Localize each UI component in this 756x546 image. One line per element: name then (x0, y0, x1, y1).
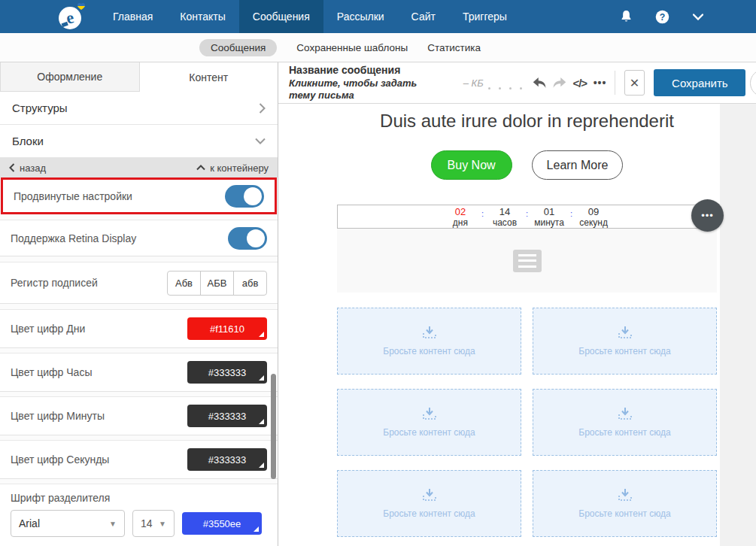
advanced-settings-row: Продвинутые настройки (1, 177, 277, 214)
subtab-saved-templates[interactable]: Сохраненные шаблоны (296, 42, 408, 53)
to-container-link[interactable]: к контейнеру (196, 162, 269, 174)
separator-font-row: Шрифт разделителя Arial ▼ 14 ▼ #3550ee (0, 484, 278, 546)
block-options-button[interactable]: ••• (691, 199, 724, 232)
seconds-color-picker[interactable]: #333333 (187, 448, 267, 471)
menu-placeholder-block[interactable] (337, 229, 717, 293)
close-editor-button[interactable]: ✕ (624, 70, 645, 96)
drop-content-icon (421, 326, 439, 340)
email-body: Duis aute irure dolor in reprehenderit B… (337, 111, 717, 537)
learn-more-button[interactable]: Learn More (532, 150, 624, 180)
days-color-label: Цвет цифр Дни (11, 323, 85, 335)
block-nav-strip: назад к контейнеру (0, 158, 278, 177)
chevron-up-icon (196, 165, 205, 171)
label-case-row: Регистр подписей Абв АБВ абв (0, 262, 278, 304)
dropzone[interactable]: Бросьте контент сюда (533, 308, 717, 375)
label-case-label: Регистр подписей (11, 277, 98, 289)
section-structures-label: Структуры (12, 102, 68, 114)
timer-minutes-value: 01 (528, 207, 570, 217)
drop-content-icon (616, 407, 634, 421)
save-button[interactable]: Сохранить (654, 69, 745, 96)
back-link[interactable]: назад (9, 162, 46, 174)
account-chevron-down-icon[interactable] (690, 8, 706, 25)
app-window: e Главная Контакты Сообщения Рассылки Са… (0, 0, 756, 546)
sidebar-scrollbar[interactable] (271, 374, 276, 479)
section-blocks[interactable]: Блоки (0, 125, 278, 158)
save-split-button: Сохранить (654, 69, 745, 96)
section-structures[interactable]: Структуры (0, 92, 278, 125)
editor-sidebar: Оформление Контент Структуры Блоки назад (0, 62, 278, 546)
dropzone[interactable]: Бросьте контент сюда (533, 389, 717, 456)
logo[interactable]: e (0, 0, 99, 33)
tab-appearance[interactable]: Оформление (0, 62, 140, 92)
editor-toolbar: Название сообщения Кликните, чтобы задат… (278, 62, 756, 104)
message-name[interactable]: Название сообщения (289, 64, 444, 77)
drop-content-icon (616, 326, 634, 340)
tab-content[interactable]: Контент (140, 62, 278, 92)
dropzone[interactable]: Бросьте контент сюда (337, 470, 521, 537)
dropzone[interactable]: Бросьте контент сюда (337, 389, 521, 456)
timer-days-value: 02 (439, 207, 481, 217)
email-canvas: Duis aute irure dolor in reprehenderit B… (278, 104, 756, 546)
timer-minutes-label: минута (528, 218, 570, 227)
days-color-picker[interactable]: #f11610 (187, 317, 267, 340)
chevron-down-icon (255, 138, 266, 144)
seconds-color-row: Цвет цифр Секунды #333333 (0, 440, 278, 479)
more-actions-button[interactable]: ••• (590, 70, 610, 96)
dropzone[interactable]: Бросьте контент сюда (337, 308, 521, 375)
sidebar-tabs: Оформление Контент (0, 62, 278, 92)
font-family-select[interactable]: Arial ▼ (11, 510, 125, 537)
svg-text:?: ? (659, 11, 664, 22)
subtab-messages[interactable]: Сообщения (199, 39, 277, 56)
dropzone[interactable]: Бросьте контент сюда (533, 470, 717, 537)
nav-item-contacts[interactable]: Контакты (166, 0, 238, 33)
edge-widget-button[interactable] (750, 69, 756, 97)
drop-content-icon (616, 488, 634, 502)
nav-item-triggers[interactable]: Триггеры (449, 0, 521, 33)
notifications-bell-icon[interactable] (618, 8, 634, 25)
timer-hours-value: 14 (484, 207, 526, 217)
countdown-timer-block[interactable]: 02 дня : 14 часов : 01 минута (337, 205, 717, 229)
retina-toggle[interactable] (228, 227, 267, 250)
drop-content-icon (421, 488, 439, 502)
seconds-color-label: Цвет цифр Секунды (11, 453, 109, 466)
buy-now-button[interactable]: Buy Now (431, 150, 512, 180)
separator-color-picker[interactable]: #3550ee (182, 512, 262, 535)
topbar-actions: ? (618, 0, 756, 33)
email-heading[interactable]: Duis aute irure dolor in reprehenderit (337, 111, 717, 132)
section-blocks-label: Блоки (12, 135, 44, 147)
subtab-statistics[interactable]: Статистика (427, 42, 481, 53)
nav-item-campaigns[interactable]: Рассылки (323, 0, 398, 33)
timer-seconds-label: секунд (572, 218, 615, 227)
hours-color-picker[interactable]: #333333 (187, 361, 267, 384)
nav-item-site[interactable]: Сайт (398, 0, 449, 33)
case-upper-button[interactable]: АБВ (200, 271, 234, 296)
undo-button[interactable] (530, 70, 550, 96)
label-case-group: Абв АБВ абв (167, 271, 267, 296)
nav-item-home[interactable]: Главная (99, 0, 166, 33)
help-icon[interactable]: ? (654, 8, 670, 25)
font-size-select[interactable]: 14 ▼ (132, 510, 175, 537)
message-subject-placeholder[interactable]: Кликните, чтобы задать тему письма (289, 77, 444, 102)
main-menu: Главная Контакты Сообщения Рассылки Сайт… (99, 0, 521, 33)
redo-button[interactable] (550, 70, 570, 96)
canvas-margin (720, 104, 756, 546)
message-subtabs: Сообщения Сохраненные шаблоны Статистика (0, 33, 756, 62)
case-lower-button[interactable]: абв (233, 271, 267, 296)
minutes-color-label: Цвет цифр Минуты (11, 410, 105, 422)
close-icon: ✕ (630, 76, 639, 90)
days-color-row: Цвет цифр Дни #f11610 (0, 309, 278, 348)
minutes-color-picker[interactable]: #333333 (187, 405, 267, 427)
hamburger-menu-icon (513, 250, 542, 272)
html-code-button[interactable]: </> (569, 70, 590, 96)
hours-color-label: Цвет цифр Часы (11, 366, 92, 378)
chevron-left-icon (9, 163, 15, 172)
timer-days-label: дня (439, 218, 481, 227)
nav-item-messages[interactable]: Сообщения (239, 0, 323, 33)
advanced-settings-label: Продвинутые настройки (14, 190, 132, 202)
select-caret-icon: ▼ (109, 520, 117, 528)
advanced-settings-toggle[interactable] (225, 185, 264, 208)
esputnik-logo-icon: e (56, 2, 89, 32)
case-title-button[interactable]: Абв (167, 271, 201, 296)
timer-hours-label: часов (484, 218, 526, 227)
drop-content-icon (421, 407, 439, 421)
